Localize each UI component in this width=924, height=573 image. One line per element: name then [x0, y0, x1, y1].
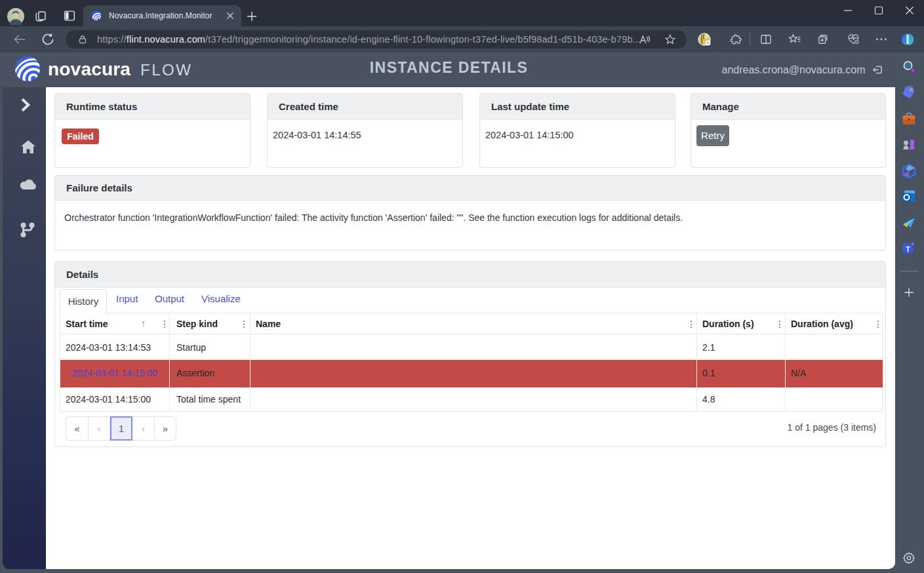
- svg-text:T: T: [906, 246, 910, 253]
